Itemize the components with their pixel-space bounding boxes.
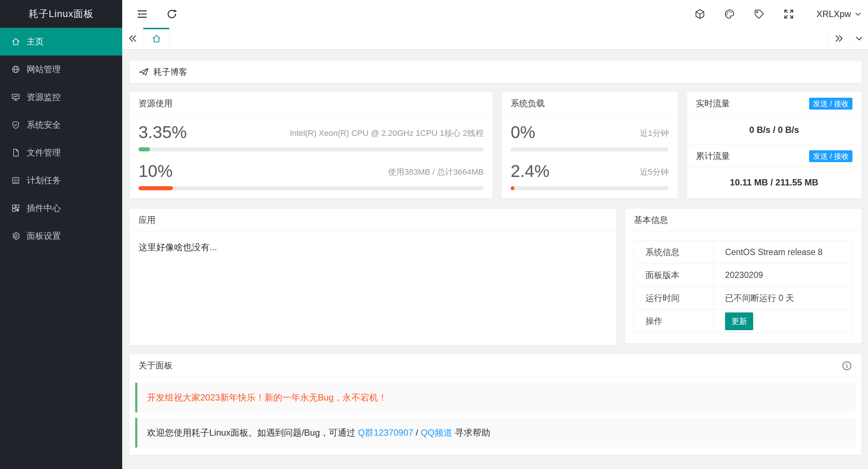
monitor-icon [11,93,20,102]
sidebar-item-label: 文件管理 [27,147,61,158]
chevron-down-icon [854,10,862,18]
apps-info-row: 应用 这里好像啥也没有... 基本信息 系统信息CentOS Stream re… [130,209,861,345]
globe-icon [11,65,20,74]
table-row: 面板版本20230209 [634,264,852,287]
app-title: 耗子Linux面板 [0,0,122,28]
realtime-traffic-value: 0 B/s / 0 B/s [687,115,861,145]
cube-icon[interactable] [694,9,705,20]
sidebar-item-label: 面板设置 [27,230,61,242]
memory-percent: 10% [138,161,173,181]
qq-group-link[interactable]: Q群12370907 [358,428,413,438]
sidebar-item-website[interactable]: 网站管理 [0,56,122,83]
palette-icon[interactable] [724,9,735,20]
calendar-icon [11,176,20,185]
sidebar-item-plugins[interactable]: 插件中心 [0,194,122,222]
new-year-notice-text: 开发组祝大家2023新年快乐！新的一年永无Bug，永不宕机！ [147,392,387,403]
traffic-card: 实时流量 发送 / 接收 0 B/s / 0 B/s 累计流量 发送 / 接收 … [687,92,861,198]
sidebar-item-security[interactable]: 系统安全 [0,111,122,139]
welcome-title: 耗子博客 [153,66,187,78]
load-5min-progress-bar [511,186,669,190]
tabs-empty-space [170,28,828,49]
load-5min-label: 近5分钟 [640,167,669,181]
chevron-down-icon [854,34,864,43]
info-row-value: 20230209 [714,264,852,287]
new-year-notice: 开发组祝大家2023新年快乐！新的一年永无Bug，永不宕机！ [135,383,856,412]
table-row: 运行时间已不间断运行 0 天 [634,287,852,310]
info-icon[interactable] [841,360,852,371]
load-1min-percent: 0% [511,123,535,142]
system-load-title: 系统负载 [502,92,678,115]
sidebar-menu: 主页网站管理资源监控系统安全文件管理计划任务插件中心面板设置 [0,28,122,250]
total-traffic-value: 10.11 MB / 211.55 MB [687,168,861,197]
sidebar-item-label: 系统安全 [27,119,61,131]
sidebar-item-label: 资源监控 [27,91,61,103]
header-right: XRLXpw [694,0,862,28]
sidebar-item-monitor[interactable]: 资源监控 [0,83,122,111]
sidebar-item-label: 计划任务 [27,175,61,186]
apps-card: 应用 这里好像啥也没有... [130,209,616,345]
send-receive-badge: 发送 / 接收 [809,98,852,110]
memory-progress-fill [138,186,173,190]
info-row-label: 面板版本 [634,264,714,287]
basic-info-rows: 系统信息CentOS Stream release 8面板版本20230209运… [634,241,852,310]
collapse-sidebar-icon[interactable] [136,8,148,20]
basic-info-body: 系统信息CentOS Stream release 8面板版本20230209运… [625,232,861,342]
tabs-menu-button[interactable] [850,28,868,49]
apps-title: 应用 [130,209,616,232]
about-panel-body: 开发组祝大家2023新年快乐！新的一年永无Bug，永不宕机！ 欢迎您使用耗子Li… [130,377,861,453]
resource-usage-body: 3.35% Intel(R) Xeon(R) CPU @ 2.20GHz 1CP… [130,115,493,190]
system-load-body: 0% 近1分钟 2.4% 近5分钟 [502,115,678,190]
resource-usage-title: 资源使用 [130,92,493,115]
cpu-progress-fill [138,147,150,151]
info-row-label: 系统信息 [634,241,714,264]
qq-channel-link[interactable]: QQ频道 [421,428,452,438]
refresh-icon[interactable] [166,8,178,20]
memory-description: 使用383MB / 总计3664MB [388,167,484,181]
tag-icon[interactable] [754,9,765,20]
sidebar-item-label: 网站管理 [27,64,61,75]
header-left [136,0,178,28]
tabs-scroll-left-button[interactable] [122,28,143,49]
update-button[interactable]: 更新 [725,312,753,330]
realtime-traffic-header: 实时流量 发送 / 接收 [687,92,861,115]
help-notice: 欢迎您使用耗子Linux面板。如遇到问题/Bug，可通过 Q群12370907 … [135,418,856,448]
sidebar-item-label: 插件中心 [27,202,61,214]
load-5min-percent: 2.4% [511,161,550,181]
double-chevron-left-icon [128,34,137,43]
tab-home[interactable] [143,28,170,49]
help-notice-text: 欢迎您使用耗子Linux面板。如遇到问题/Bug，可通过 Q群12370907 … [147,427,490,439]
about-panel-header: 关于面板 [130,354,861,377]
stats-row: 资源使用 3.35% Intel(R) Xeon(R) CPU @ 2.20GH… [130,92,861,198]
user-menu[interactable]: XRLXpw [817,9,862,19]
tabs-scroll-right-button[interactable] [828,28,850,49]
cpu-progress-bar [138,147,484,151]
sidebar-item-cron[interactable]: 计划任务 [0,167,122,194]
info-row-label: 运行时间 [634,287,714,310]
basic-info-table: 系统信息CentOS Stream release 8面板版本20230209运… [634,241,852,333]
sidebar-item-files[interactable]: 文件管理 [0,139,122,167]
sidebar-item-settings[interactable]: 面板设置 [0,222,122,250]
apps-empty-text: 这里好像啥也没有... [130,232,616,263]
action-cell: 更新 [714,310,852,333]
table-row: 操作 更新 [634,310,852,333]
cpu-description: Intel(R) Xeon(R) CPU @ 2.20GHz 1CPU 1核心 … [290,128,484,142]
home-icon [151,34,161,44]
double-chevron-right-icon [834,34,844,43]
main-content: 耗子博客 资源使用 3.35% Intel(R) Xeon(R) CPU @ 2… [122,50,868,469]
sidebar: 耗子Linux面板 主页网站管理资源监控系统安全文件管理计划任务插件中心面板设置 [0,0,122,469]
table-row: 系统信息CentOS Stream release 8 [634,241,852,264]
fullscreen-icon[interactable] [783,9,794,20]
send-receive-badge: 发送 / 接收 [809,150,852,162]
paper-plane-icon [138,67,149,77]
basic-info-title: 基本信息 [625,209,861,232]
sidebar-item-home[interactable]: 主页 [0,28,122,56]
about-panel-card: 关于面板 开发组祝大家2023新年快乐！新的一年永无Bug，永不宕机！ 欢迎您使… [130,354,861,455]
total-traffic-header: 累计流量 发送 / 接收 [687,145,861,168]
file-icon [11,148,20,157]
info-row-value: 已不间断运行 0 天 [714,287,852,310]
resource-usage-card: 资源使用 3.35% Intel(R) Xeon(R) CPU @ 2.20GH… [130,92,493,198]
load-1min-label: 近1分钟 [640,128,669,142]
realtime-traffic-title: 实时流量 [696,98,730,109]
gear-icon [11,231,20,241]
load-1min-progress-bar [511,147,669,151]
